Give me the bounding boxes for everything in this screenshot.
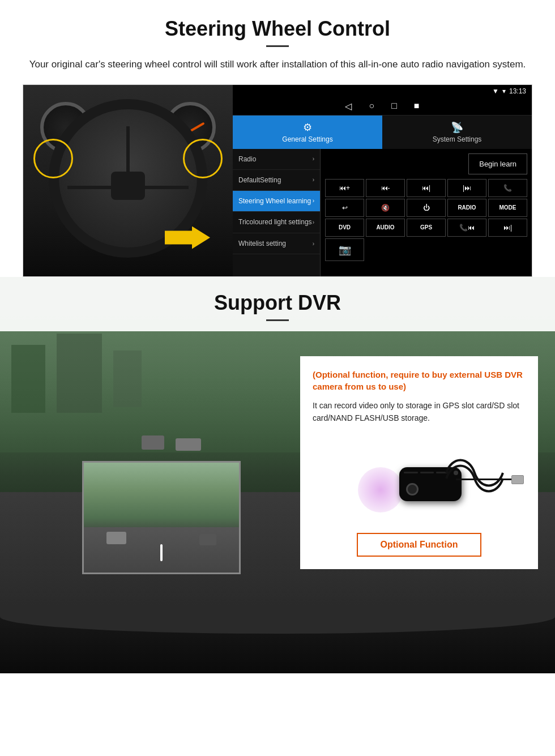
steering-description: Your original car's steering wheel contr… bbox=[23, 57, 532, 72]
dvr-info-card: (Optional function, require to buy exter… bbox=[300, 356, 538, 570]
general-settings-icon: ⚙ bbox=[303, 121, 312, 134]
control-buttons-grid: ⏮+ ⏮- ⏮| |⏭ 📞 ↩ 🔇 ⏻ RADIO MODE DVD AUDIO… bbox=[325, 179, 527, 261]
ctrl-radio[interactable]: RADIO bbox=[447, 199, 486, 217]
dvr-background-photo: Support DVR (Optional function, require … bbox=[0, 277, 555, 605]
car-dashboard-bottom bbox=[0, 605, 555, 673]
status-time: 13:13 bbox=[509, 87, 526, 95]
ctrl-next-alt[interactable]: ⏭| bbox=[488, 219, 527, 237]
steering-title: Steering Wheel Control bbox=[23, 17, 532, 41]
chevron-icon-4: › bbox=[313, 219, 314, 225]
home-icon[interactable]: ○ bbox=[369, 101, 374, 111]
chevron-icon: › bbox=[313, 156, 314, 162]
steering-section: Steering Wheel Control Your original car… bbox=[0, 0, 555, 277]
tab-general-label: General Settings bbox=[282, 135, 332, 143]
chevron-icon-5: › bbox=[313, 241, 314, 247]
signal-icon: ▼ bbox=[492, 87, 499, 95]
android-status-bar: ▼ ▾ 13:13 bbox=[233, 85, 532, 97]
steering-photo bbox=[23, 85, 233, 277]
ctrl-mute[interactable]: 🔇 bbox=[366, 199, 405, 217]
dvr-description-text: It can record video only to storage in G… bbox=[313, 399, 526, 425]
ctrl-vol-up[interactable]: ⏮+ bbox=[325, 179, 364, 197]
dvr-title-divider bbox=[266, 319, 289, 321]
android-nav-bar: ◁ ○ □ ■ bbox=[233, 97, 532, 116]
menu-content-area: Begin learn ⏮+ ⏮- ⏮| |⏭ 📞 ↩ 🔇 ⏻ RADIO MO… bbox=[321, 149, 532, 276]
dvr-title: Support DVR bbox=[23, 291, 532, 315]
menu-item-radio[interactable]: Radio › bbox=[233, 149, 320, 170]
android-tabs: ⚙ General Settings 📡 System Settings bbox=[233, 116, 532, 149]
android-ui-panel: ▼ ▾ 13:13 ◁ ○ □ ■ ⚙ General Settings 📡 S… bbox=[233, 85, 532, 276]
ctrl-vol-down[interactable]: ⏮- bbox=[366, 179, 405, 197]
ctrl-back[interactable]: ↩ bbox=[325, 199, 364, 217]
sw-center-hub bbox=[111, 172, 145, 200]
settings-menu-list: Radio › DefaultSetting › Steering Wheel … bbox=[233, 149, 321, 276]
ctrl-audio[interactable]: AUDIO bbox=[366, 219, 405, 237]
wifi-icon: ▾ bbox=[502, 87, 506, 95]
dvr-optional-text: (Optional function, require to buy exter… bbox=[313, 369, 526, 392]
chevron-icon-2: › bbox=[313, 177, 314, 183]
back-icon[interactable]: ◁ bbox=[345, 101, 352, 112]
chevron-icon-3: › bbox=[313, 198, 314, 204]
dvr-device-illustration bbox=[313, 433, 526, 524]
system-settings-icon: 📡 bbox=[451, 121, 463, 134]
android-menu: Radio › DefaultSetting › Steering Wheel … bbox=[233, 149, 532, 276]
tab-system-label: System Settings bbox=[433, 135, 482, 143]
menu-icon[interactable]: ■ bbox=[414, 101, 420, 111]
ctrl-gps[interactable]: GPS bbox=[407, 219, 446, 237]
sw-control-highlight-left bbox=[33, 139, 73, 178]
dvr-thumbnail-image bbox=[82, 461, 241, 574]
ctrl-camera[interactable]: 📷 bbox=[325, 238, 364, 261]
menu-item-default-setting[interactable]: DefaultSetting › bbox=[233, 170, 320, 191]
menu-item-tricoloured[interactable]: Tricoloured light settings › bbox=[233, 212, 320, 234]
ctrl-power[interactable]: ⏻ bbox=[407, 199, 446, 217]
title-divider bbox=[266, 45, 289, 47]
optional-function-button[interactable]: Optional Function bbox=[357, 533, 482, 557]
ctrl-mode[interactable]: MODE bbox=[488, 199, 527, 217]
menu-item-whitelist[interactable]: Whitelist setting › bbox=[233, 233, 320, 254]
dvr-section: Support DVR (Optional function, require … bbox=[0, 277, 555, 673]
ctrl-prev-track[interactable]: ⏮| bbox=[407, 179, 446, 197]
begin-learn-button[interactable]: Begin learn bbox=[468, 153, 527, 174]
tab-system-settings[interactable]: 📡 System Settings bbox=[382, 116, 532, 149]
sw-control-highlight-right bbox=[183, 139, 223, 178]
ctrl-next-track[interactable]: |⏭ bbox=[447, 179, 486, 197]
recents-icon[interactable]: □ bbox=[391, 101, 397, 111]
dvr-thumb-road-line bbox=[160, 544, 163, 561]
menu-item-steering-wheel[interactable]: Steering Wheel learning › bbox=[233, 191, 320, 212]
ctrl-dvd[interactable]: DVD bbox=[325, 219, 364, 237]
tab-general-settings[interactable]: ⚙ General Settings bbox=[233, 116, 382, 149]
dvr-optional-button-wrap: Optional Function bbox=[313, 533, 526, 557]
dash-curve bbox=[0, 605, 555, 634]
sw-spoke-right bbox=[138, 186, 189, 189]
dvr-title-wrap: Support DVR bbox=[0, 277, 555, 331]
ctrl-phone-prev[interactable]: 📞⏮ bbox=[447, 219, 486, 237]
begin-learn-row: Begin learn bbox=[325, 153, 527, 174]
ctrl-phone[interactable]: 📞 bbox=[488, 179, 527, 197]
steering-screenshot: ▼ ▾ 13:13 ◁ ○ □ ■ ⚙ General Settings 📡 S… bbox=[23, 84, 532, 277]
